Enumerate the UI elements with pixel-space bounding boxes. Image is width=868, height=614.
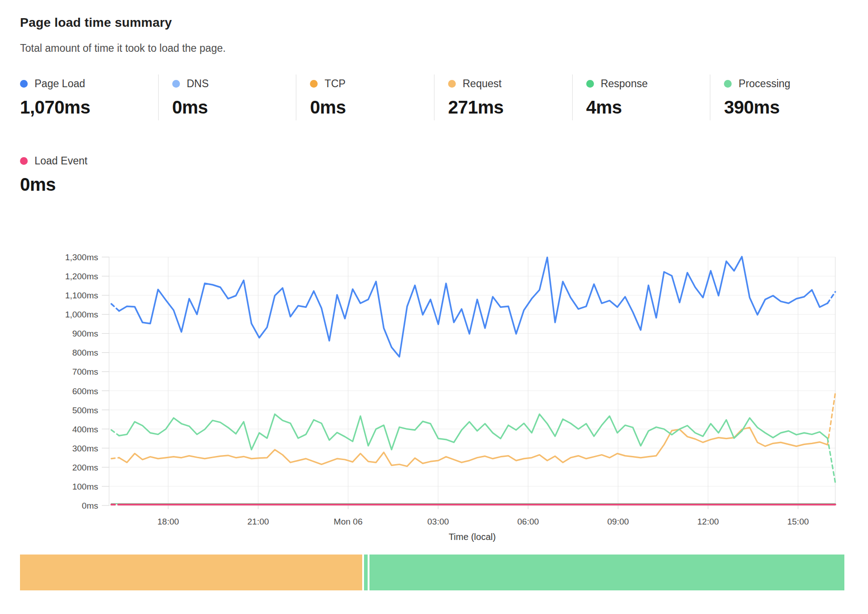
load-event-dot-icon	[20, 157, 28, 165]
x-axis-label: 03:00	[427, 517, 449, 526]
legend-value: 271ms	[448, 97, 572, 118]
response-dot-icon	[586, 80, 594, 88]
x-axis-label: 06:00	[517, 517, 539, 526]
bar-segment-processing[interactable]	[369, 555, 844, 590]
x-axis-label: 21:00	[247, 517, 269, 526]
y-axis-label: 1,300ms	[65, 253, 98, 262]
page-load-time-chart[interactable]: 0ms100ms200ms300ms400ms500ms600ms700ms80…	[0, 241, 868, 559]
legend-value: 390ms	[724, 97, 848, 118]
legend-label: Page Load	[35, 78, 85, 90]
legend-value: 0ms	[310, 97, 434, 118]
legend-item-load-event[interactable]: Load Event 0ms	[20, 152, 211, 198]
timeline-distribution-bar	[20, 555, 844, 590]
legend-item-page-load[interactable]: Page Load 1,070ms	[20, 74, 158, 120]
legend-item-request[interactable]: Request 271ms	[434, 74, 572, 120]
x-axis-label: 12:00	[697, 517, 719, 526]
legend-value: 0ms	[20, 174, 211, 195]
x-axis-label: Mon 06	[334, 517, 362, 526]
page-subtitle: Total amount of time it took to load the…	[20, 42, 226, 54]
legend-label: Request	[463, 78, 502, 90]
x-axis-label: 18:00	[157, 517, 179, 526]
processing-dot-icon	[724, 80, 732, 88]
legend-value: 1,070ms	[20, 97, 158, 118]
y-axis-label: 200ms	[72, 463, 98, 472]
y-axis-label: 1,000ms	[65, 310, 98, 319]
series-request	[111, 393, 835, 466]
y-axis-label: 300ms	[72, 444, 98, 453]
legend-value: 0ms	[172, 97, 296, 118]
legend-label: DNS	[187, 78, 209, 90]
dns-dot-icon	[172, 80, 180, 88]
y-axis-label: 100ms	[72, 482, 98, 491]
y-axis-label: 1,200ms	[65, 272, 98, 281]
x-axis-label: 09:00	[607, 517, 629, 526]
legend-label: TCP	[324, 78, 345, 90]
legend-item-response[interactable]: Response 4ms	[572, 74, 710, 120]
y-axis-label: 800ms	[72, 348, 98, 357]
x-axis-label: 15:00	[787, 517, 809, 526]
y-axis-label: 600ms	[72, 386, 98, 396]
page-load-dot-icon	[20, 80, 28, 88]
page-title: Page load time summary	[20, 15, 172, 30]
legend-label: Processing	[738, 78, 790, 90]
y-axis-label: 0ms	[82, 501, 98, 510]
x-axis-title: Time (local)	[449, 532, 496, 542]
bar-segment-processing-sliver[interactable]	[364, 555, 367, 590]
y-axis-label: 400ms	[72, 425, 98, 434]
request-dot-icon	[448, 80, 456, 88]
bar-segment-request[interactable]	[20, 555, 362, 590]
y-axis-label: 1,100ms	[65, 291, 98, 300]
y-axis-label: 500ms	[72, 406, 98, 415]
y-axis-label: 900ms	[72, 329, 98, 338]
legend-item-dns[interactable]: DNS 0ms	[158, 74, 296, 120]
series-page-load	[111, 257, 835, 357]
tcp-dot-icon	[310, 80, 318, 88]
legend-item-tcp[interactable]: TCP 0ms	[296, 74, 434, 120]
legend-label: Response	[601, 78, 648, 90]
legend-item-processing[interactable]: Processing 390ms	[710, 74, 848, 120]
y-axis-label: 700ms	[72, 367, 98, 376]
legend-label: Load Event	[35, 155, 87, 167]
legend-value: 4ms	[586, 97, 710, 118]
legend: Page Load 1,070ms DNS 0ms TCP 0ms Reques…	[20, 74, 848, 120]
